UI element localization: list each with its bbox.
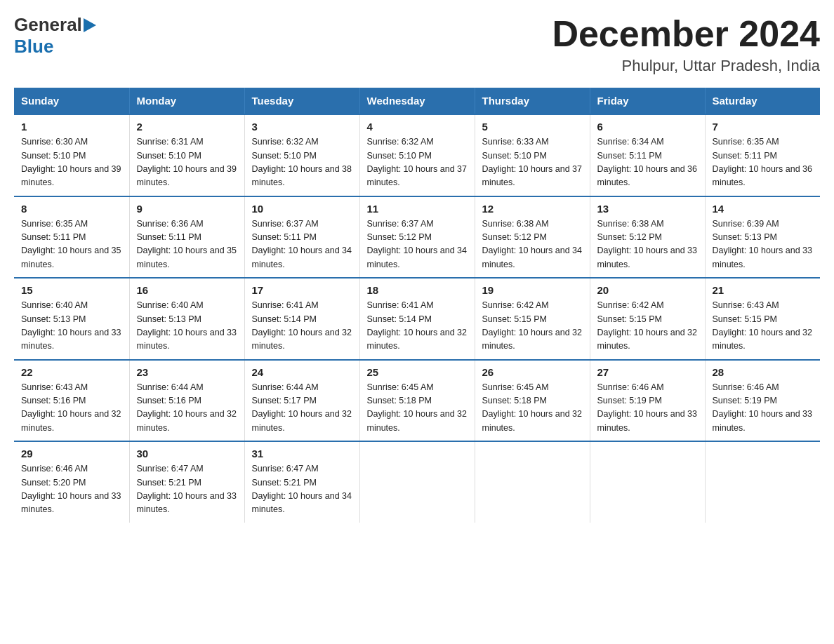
calendar-cell: 1 Sunrise: 6:30 AMSunset: 5:10 PMDayligh… bbox=[14, 114, 129, 196]
calendar-cell: 9 Sunrise: 6:36 AMSunset: 5:11 PMDayligh… bbox=[129, 196, 244, 279]
logo-arrow-icon bbox=[82, 18, 98, 33]
day-number: 17 bbox=[252, 284, 352, 296]
calendar-week-row: 1 Sunrise: 6:30 AMSunset: 5:10 PMDayligh… bbox=[14, 114, 820, 196]
calendar-cell: 23 Sunrise: 6:44 AMSunset: 5:16 PMDaylig… bbox=[129, 360, 244, 442]
calendar-cell bbox=[705, 441, 820, 523]
day-info: Sunrise: 6:35 AMSunset: 5:11 PMDaylight:… bbox=[713, 135, 814, 190]
day-number: 9 bbox=[137, 203, 237, 215]
calendar-cell: 31 Sunrise: 6:47 AMSunset: 5:21 PMDaylig… bbox=[244, 441, 359, 523]
calendar-cell: 7 Sunrise: 6:35 AMSunset: 5:11 PMDayligh… bbox=[705, 114, 820, 196]
day-info: Sunrise: 6:47 AMSunset: 5:21 PMDaylight:… bbox=[137, 462, 237, 517]
calendar-cell: 22 Sunrise: 6:43 AMSunset: 5:16 PMDaylig… bbox=[14, 360, 129, 442]
day-info: Sunrise: 6:34 AMSunset: 5:11 PMDaylight:… bbox=[597, 135, 698, 190]
calendar-cell: 4 Sunrise: 6:32 AMSunset: 5:10 PMDayligh… bbox=[359, 114, 475, 196]
calendar-cell: 16 Sunrise: 6:40 AMSunset: 5:13 PMDaylig… bbox=[129, 278, 244, 360]
calendar-cell: 8 Sunrise: 6:35 AMSunset: 5:11 PMDayligh… bbox=[14, 196, 129, 279]
day-info: Sunrise: 6:44 AMSunset: 5:16 PMDaylight:… bbox=[137, 381, 237, 436]
day-info: Sunrise: 6:42 AMSunset: 5:15 PMDaylight:… bbox=[597, 299, 698, 354]
day-number: 25 bbox=[367, 366, 468, 378]
day-number: 24 bbox=[252, 366, 352, 378]
calendar-cell: 6 Sunrise: 6:34 AMSunset: 5:11 PMDayligh… bbox=[590, 114, 705, 196]
day-info: Sunrise: 6:43 AMSunset: 5:15 PMDaylight:… bbox=[713, 299, 814, 354]
logo: General Blue bbox=[14, 14, 98, 58]
calendar-header-sunday: Sunday bbox=[14, 88, 129, 114]
day-number: 10 bbox=[252, 203, 352, 215]
calendar-cell: 11 Sunrise: 6:37 AMSunset: 5:12 PMDaylig… bbox=[359, 196, 475, 279]
calendar-week-row: 8 Sunrise: 6:35 AMSunset: 5:11 PMDayligh… bbox=[14, 196, 820, 279]
calendar-cell: 24 Sunrise: 6:44 AMSunset: 5:17 PMDaylig… bbox=[244, 360, 359, 442]
day-number: 30 bbox=[137, 448, 237, 459]
day-info: Sunrise: 6:41 AMSunset: 5:14 PMDaylight:… bbox=[252, 299, 352, 354]
calendar-cell: 13 Sunrise: 6:38 AMSunset: 5:12 PMDaylig… bbox=[590, 196, 705, 279]
day-number: 12 bbox=[482, 203, 583, 215]
day-info: Sunrise: 6:38 AMSunset: 5:12 PMDaylight:… bbox=[482, 217, 583, 272]
calendar-week-row: 29 Sunrise: 6:46 AMSunset: 5:20 PMDaylig… bbox=[14, 441, 820, 523]
calendar-header-wednesday: Wednesday bbox=[359, 88, 475, 114]
svg-marker-0 bbox=[84, 18, 96, 32]
day-number: 6 bbox=[597, 121, 698, 133]
calendar-cell bbox=[359, 441, 475, 523]
calendar-cell: 15 Sunrise: 6:40 AMSunset: 5:13 PMDaylig… bbox=[14, 278, 129, 360]
day-number: 15 bbox=[21, 284, 122, 296]
calendar-header-tuesday: Tuesday bbox=[244, 88, 359, 114]
day-number: 27 bbox=[597, 366, 698, 378]
calendar-cell: 12 Sunrise: 6:38 AMSunset: 5:12 PMDaylig… bbox=[475, 196, 590, 279]
calendar-cell: 28 Sunrise: 6:46 AMSunset: 5:19 PMDaylig… bbox=[705, 360, 820, 442]
calendar-header-monday: Monday bbox=[129, 88, 244, 114]
day-number: 14 bbox=[713, 203, 814, 215]
logo-text-blue: Blue bbox=[14, 36, 53, 57]
day-info: Sunrise: 6:32 AMSunset: 5:10 PMDaylight:… bbox=[367, 135, 468, 190]
day-number: 1 bbox=[21, 121, 122, 133]
day-number: 7 bbox=[713, 121, 814, 133]
day-info: Sunrise: 6:41 AMSunset: 5:14 PMDaylight:… bbox=[367, 299, 468, 354]
day-info: Sunrise: 6:46 AMSunset: 5:20 PMDaylight:… bbox=[21, 462, 122, 517]
calendar-header-row: SundayMondayTuesdayWednesdayThursdayFrid… bbox=[14, 88, 820, 114]
logo-text-general: General bbox=[14, 14, 82, 36]
calendar-cell: 19 Sunrise: 6:42 AMSunset: 5:15 PMDaylig… bbox=[475, 278, 590, 360]
day-info: Sunrise: 6:40 AMSunset: 5:13 PMDaylight:… bbox=[137, 299, 237, 354]
calendar-header-friday: Friday bbox=[590, 88, 705, 114]
calendar-table: SundayMondayTuesdayWednesdayThursdayFrid… bbox=[14, 88, 820, 523]
day-info: Sunrise: 6:32 AMSunset: 5:10 PMDaylight:… bbox=[252, 135, 352, 190]
calendar-cell bbox=[475, 441, 590, 523]
day-info: Sunrise: 6:46 AMSunset: 5:19 PMDaylight:… bbox=[713, 381, 814, 436]
calendar-week-row: 15 Sunrise: 6:40 AMSunset: 5:13 PMDaylig… bbox=[14, 278, 820, 360]
day-number: 26 bbox=[482, 366, 583, 378]
day-number: 19 bbox=[482, 284, 583, 296]
day-info: Sunrise: 6:39 AMSunset: 5:13 PMDaylight:… bbox=[713, 217, 814, 272]
day-number: 16 bbox=[137, 284, 237, 296]
day-info: Sunrise: 6:44 AMSunset: 5:17 PMDaylight:… bbox=[252, 381, 352, 436]
page-subtitle: Phulpur, Uttar Pradesh, India bbox=[552, 57, 820, 75]
calendar-cell: 30 Sunrise: 6:47 AMSunset: 5:21 PMDaylig… bbox=[129, 441, 244, 523]
day-number: 23 bbox=[137, 366, 237, 378]
day-number: 5 bbox=[482, 121, 583, 133]
day-info: Sunrise: 6:40 AMSunset: 5:13 PMDaylight:… bbox=[21, 299, 122, 354]
day-info: Sunrise: 6:37 AMSunset: 5:12 PMDaylight:… bbox=[367, 217, 468, 272]
calendar-cell: 27 Sunrise: 6:46 AMSunset: 5:19 PMDaylig… bbox=[590, 360, 705, 442]
calendar-cell: 20 Sunrise: 6:42 AMSunset: 5:15 PMDaylig… bbox=[590, 278, 705, 360]
day-info: Sunrise: 6:43 AMSunset: 5:16 PMDaylight:… bbox=[21, 381, 122, 436]
day-number: 13 bbox=[597, 203, 698, 215]
day-number: 31 bbox=[252, 448, 352, 459]
day-info: Sunrise: 6:45 AMSunset: 5:18 PMDaylight:… bbox=[482, 381, 583, 436]
calendar-header-saturday: Saturday bbox=[705, 88, 820, 114]
day-info: Sunrise: 6:47 AMSunset: 5:21 PMDaylight:… bbox=[252, 462, 352, 517]
calendar-cell: 25 Sunrise: 6:45 AMSunset: 5:18 PMDaylig… bbox=[359, 360, 475, 442]
day-number: 3 bbox=[252, 121, 352, 133]
calendar-cell: 29 Sunrise: 6:46 AMSunset: 5:20 PMDaylig… bbox=[14, 441, 129, 523]
day-info: Sunrise: 6:33 AMSunset: 5:10 PMDaylight:… bbox=[482, 135, 583, 190]
day-number: 8 bbox=[21, 203, 122, 215]
day-info: Sunrise: 6:36 AMSunset: 5:11 PMDaylight:… bbox=[137, 217, 237, 272]
day-number: 21 bbox=[713, 284, 814, 296]
day-number: 18 bbox=[367, 284, 468, 296]
page-title: December 2024 bbox=[552, 14, 820, 54]
day-info: Sunrise: 6:45 AMSunset: 5:18 PMDaylight:… bbox=[367, 381, 468, 436]
day-info: Sunrise: 6:46 AMSunset: 5:19 PMDaylight:… bbox=[597, 381, 698, 436]
day-number: 2 bbox=[137, 121, 237, 133]
calendar-cell: 2 Sunrise: 6:31 AMSunset: 5:10 PMDayligh… bbox=[129, 114, 244, 196]
calendar-cell: 10 Sunrise: 6:37 AMSunset: 5:11 PMDaylig… bbox=[244, 196, 359, 279]
day-number: 29 bbox=[21, 448, 122, 459]
calendar-cell: 5 Sunrise: 6:33 AMSunset: 5:10 PMDayligh… bbox=[475, 114, 590, 196]
day-info: Sunrise: 6:42 AMSunset: 5:15 PMDaylight:… bbox=[482, 299, 583, 354]
day-info: Sunrise: 6:38 AMSunset: 5:12 PMDaylight:… bbox=[597, 217, 698, 272]
